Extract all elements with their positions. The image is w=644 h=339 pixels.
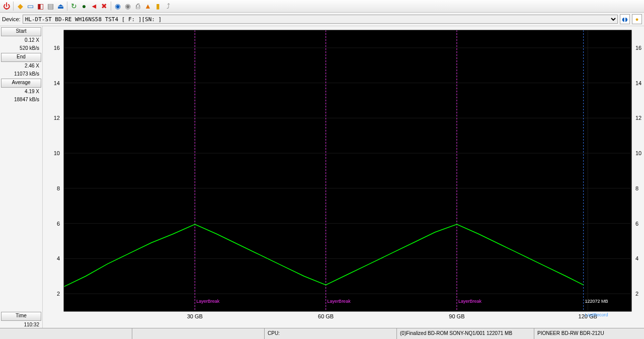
- back-icon[interactable]: ◄: [90, 2, 99, 11]
- print-icon[interactable]: ⎙: [133, 2, 142, 11]
- svg-text:60 GB: 60 GB: [318, 313, 334, 319]
- power-icon[interactable]: ⏻: [2, 2, 11, 11]
- status-cpu: CPU:: [265, 328, 397, 339]
- book-icon[interactable]: ◧: [36, 2, 45, 11]
- info-button[interactable]: ◖◗: [620, 14, 630, 24]
- svg-text:LayerBreak: LayerBreak: [328, 299, 351, 304]
- svg-text:4: 4: [57, 255, 60, 261]
- svg-text:8: 8: [635, 185, 638, 191]
- device-select[interactable]: HL-DT-ST BD-RE WH16NS58 TST4 [ F: ][SN: …: [23, 15, 618, 24]
- svg-text:6: 6: [57, 221, 60, 227]
- svg-text:90 GB: 90 GB: [449, 313, 464, 319]
- status-cell-2: [132, 328, 265, 339]
- globe-icon[interactable]: ●: [79, 2, 89, 11]
- svg-text:8: 8: [57, 185, 60, 191]
- disc-grey-icon[interactable]: ◉: [123, 2, 132, 11]
- start-speed-x: 0.12 X: [1, 37, 41, 45]
- refresh-green-icon[interactable]: ↻: [69, 2, 78, 11]
- svg-text:10: 10: [54, 150, 60, 156]
- stop-icon[interactable]: ✖: [100, 2, 109, 11]
- svg-text:12: 12: [635, 115, 641, 121]
- svg-text:10: 10: [635, 150, 641, 156]
- stats-sidebar: Start 0.12 X 520 kB/s End 2.46 X 11073 k…: [0, 26, 43, 329]
- svg-text:2: 2: [57, 291, 60, 297]
- lock-button[interactable]: ●: [632, 14, 642, 24]
- average-speed-x: 4.19 X: [1, 88, 41, 96]
- device-label: Device:: [2, 16, 21, 22]
- svg-text:30 GB: 30 GB: [187, 313, 203, 319]
- svg-text:16: 16: [54, 45, 60, 51]
- time-button[interactable]: Time: [1, 312, 41, 321]
- svg-text:LastRecord: LastRecord: [585, 312, 608, 317]
- chart-area: 22446688101012121414161630 GB60 GB90 GB1…: [43, 26, 644, 329]
- main-area: Start 0.12 X 520 kB/s End 2.46 X 11073 k…: [0, 26, 644, 329]
- svg-text:14: 14: [54, 80, 60, 86]
- screen-icon[interactable]: ▭: [26, 2, 35, 11]
- svg-text:2: 2: [635, 291, 638, 297]
- device-bar: Device: HL-DT-ST BD-RE WH16NS58 TST4 [ F…: [0, 13, 644, 26]
- eject-icon[interactable]: ⏏: [56, 2, 65, 11]
- toolbar-separator: [13, 2, 14, 11]
- svg-text:14: 14: [635, 80, 641, 86]
- svg-text:122072 MB: 122072 MB: [585, 299, 608, 304]
- average-speed-kbs: 18847 kB/s: [1, 96, 41, 104]
- status-bar: CPU: (0)Finalized BD-ROM SONY-NQ1/001 12…: [0, 328, 644, 339]
- start-button[interactable]: Start: [1, 27, 41, 36]
- status-writer: PIONEER BD-RW BDR-212U: [534, 328, 644, 339]
- end-speed-kbs: 11073 kB/s: [1, 71, 41, 79]
- flame-icon[interactable]: ▲: [143, 2, 152, 11]
- toolbar-separator: [111, 2, 111, 11]
- transfer-rate-chart: 22446688101012121414161630 GB60 GB90 GB1…: [43, 26, 644, 329]
- end-speed-x: 2.46 X: [1, 62, 41, 71]
- disc-blue-icon[interactable]: ◉: [113, 2, 122, 11]
- status-cell-1: [0, 328, 132, 339]
- svg-text:LayerBreak: LayerBreak: [196, 299, 220, 304]
- bars-icon[interactable]: ▮: [153, 2, 163, 11]
- main-toolbar: ⏻◆▭◧▤⏏↻●◄✖◉◉⎙▲▮⤴: [0, 0, 644, 13]
- svg-rect-0: [64, 30, 631, 311]
- svg-text:16: 16: [635, 45, 641, 51]
- export-icon[interactable]: ⤴: [164, 2, 173, 11]
- svg-text:LayerBreak: LayerBreak: [458, 299, 482, 304]
- drive-icon[interactable]: ▤: [46, 2, 55, 11]
- toolbar-separator: [67, 2, 67, 11]
- svg-text:4: 4: [635, 255, 638, 261]
- tag-icon[interactable]: ◆: [16, 2, 25, 11]
- start-speed-kbs: 520 kB/s: [1, 45, 41, 53]
- svg-text:6: 6: [635, 221, 638, 227]
- end-button[interactable]: End: [1, 53, 41, 62]
- average-button[interactable]: Average: [1, 79, 41, 88]
- status-disc-info: (0)Finalized BD-ROM SONY-NQ1/001 122071 …: [397, 328, 534, 339]
- svg-text:12: 12: [54, 115, 60, 121]
